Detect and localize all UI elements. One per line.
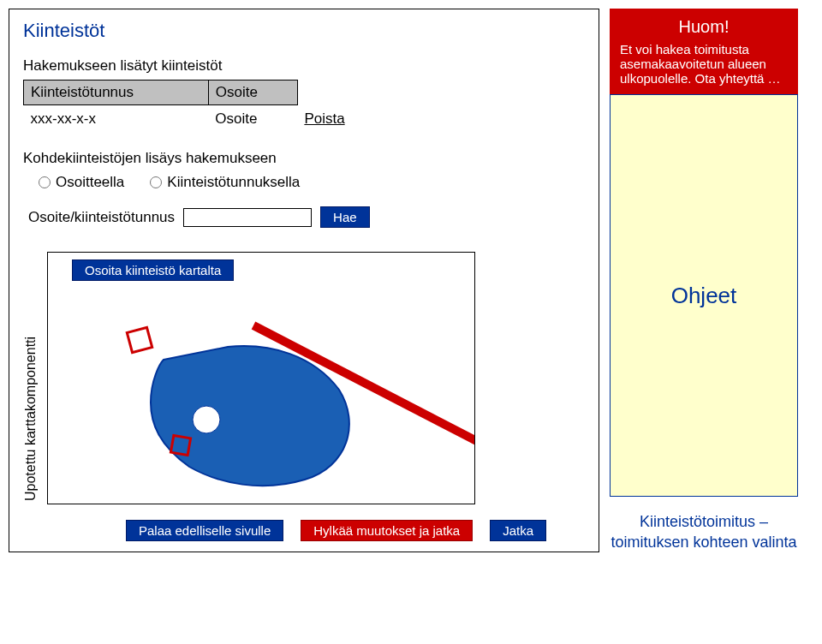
cell-id: xxx-xx-x-x <box>24 105 209 134</box>
properties-table: Kiinteistötunnus Osoite xxx-xx-x-x Osoit… <box>23 80 383 133</box>
help-label: Ohjeet <box>671 283 737 309</box>
search-input[interactable] <box>183 208 312 227</box>
added-properties-label: Hakemukseen lisätyt kiinteistöt <box>23 57 585 75</box>
point-on-map-button[interactable]: Osoita kiinteistö kartalta <box>72 259 234 281</box>
help-panel: Ohjeet <box>610 94 798 497</box>
map-component-label: Upotettu karttakomponentti <box>23 252 39 504</box>
radio-label-address: Osoitteella <box>56 174 124 191</box>
alert-box: Huom! Et voi hakea toimitusta asemakaavo… <box>610 9 798 94</box>
remove-link[interactable]: Poista <box>304 110 344 127</box>
main-panel: Kiinteistöt Hakemukseen lisätyt kiinteis… <box>9 9 599 552</box>
section-title: Kiinteistöt <box>23 20 585 42</box>
svg-line-3 <box>253 325 475 450</box>
svg-rect-2 <box>170 435 190 455</box>
radio-label-id: Kiinteistötunnuksella <box>167 174 300 191</box>
reject-button[interactable]: Hylkää muutokset ja jatka <box>301 520 473 541</box>
radio-by-id[interactable]: Kiinteistötunnuksella <box>150 174 300 191</box>
svg-rect-1 <box>127 327 152 352</box>
search-button[interactable]: Hae <box>320 206 370 228</box>
radio-by-address[interactable]: Osoitteella <box>39 174 124 191</box>
alert-text: Et voi hakea toimitusta asemakaavoitetun… <box>620 42 788 86</box>
cell-address: Osoite <box>208 105 297 134</box>
alert-title: Huom! <box>620 17 788 37</box>
page-footer-title: Kiinteistötoimitus – toimituksen kohteen… <box>610 512 798 552</box>
add-properties-label: Kohdekiinteistöjen lisäys hakemukseen <box>23 150 585 167</box>
table-row: xxx-xx-x-x Osoite Poista <box>24 105 384 134</box>
col-header-address: Osoite <box>208 80 297 105</box>
svg-point-0 <box>193 406 220 433</box>
map-component[interactable]: Osoita kiinteistö kartalta <box>47 252 475 504</box>
search-label: Osoite/kiinteistötunnus <box>28 209 175 226</box>
continue-button[interactable]: Jatka <box>490 520 546 541</box>
col-header-id: Kiinteistötunnus <box>24 80 209 105</box>
back-button[interactable]: Palaa edelliselle sivulle <box>126 520 283 541</box>
